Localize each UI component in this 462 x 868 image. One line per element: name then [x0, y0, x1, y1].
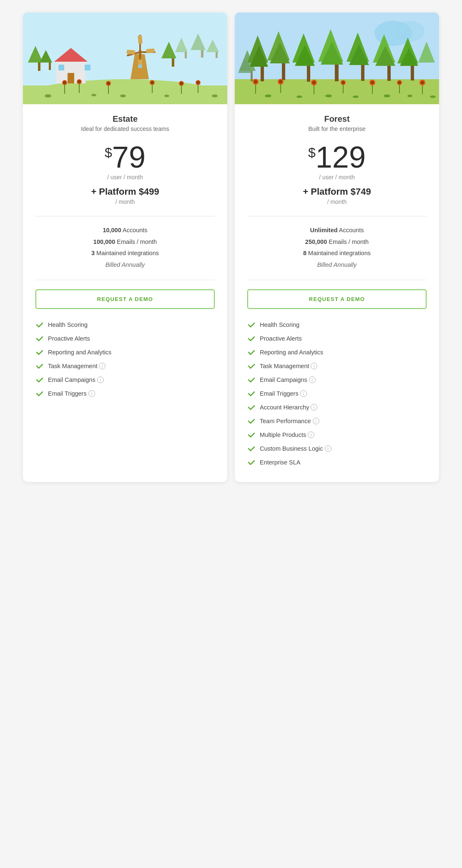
forest-multiple-products-info-icon[interactable]: i — [308, 431, 314, 438]
estate-feature-email-campaigns: Email Campaigns i — [35, 376, 215, 384]
svg-point-108 — [353, 95, 359, 98]
estate-feature-reporting-label: Reporting and Analytics — [48, 349, 111, 356]
check-icon — [247, 389, 256, 398]
estate-price-per: / user / month — [35, 174, 215, 181]
check-icon — [247, 321, 256, 329]
estate-card: Estate Ideal for dedicated success teams… — [23, 13, 227, 482]
estate-feature-list: Health Scoring Proactive Alerts — [35, 321, 215, 403]
forest-limit-billing: Billed Annually — [247, 259, 427, 271]
svg-rect-23 — [68, 73, 74, 83]
svg-rect-29 — [49, 63, 51, 70]
svg-point-53 — [164, 95, 169, 97]
svg-rect-64 — [261, 67, 264, 81]
svg-point-95 — [341, 81, 345, 84]
estate-body: Estate Ideal for dedicated success teams… — [23, 104, 227, 482]
svg-point-54 — [212, 95, 218, 98]
forest-email-campaigns-info-icon[interactable]: i — [309, 376, 316, 383]
estate-feature-task-mgmt-label: Task Management — [48, 363, 97, 369]
forest-feature-proactive-alerts-label: Proactive Alerts — [260, 335, 302, 342]
svg-rect-27 — [38, 63, 40, 71]
check-icon — [247, 417, 256, 425]
forest-email-triggers-info-icon[interactable]: i — [300, 390, 307, 397]
svg-point-98 — [371, 81, 374, 84]
estate-feature-proactive-alerts: Proactive Alerts — [35, 334, 215, 343]
estate-platform-price: + Platform $499 — [35, 186, 215, 197]
forest-feature-email-campaigns-label: Email Campaigns — [260, 376, 307, 383]
estate-limits: 10,000 Accounts 100,000 Emails / month 3… — [35, 225, 215, 271]
estate-feature-email-campaigns-label: Email Campaigns — [48, 376, 95, 383]
forest-platform-price: + Platform $749 — [247, 186, 427, 197]
estate-demo-button[interactable]: REQUEST A DEMO — [35, 289, 215, 309]
estate-divider2 — [35, 280, 215, 280]
svg-point-111 — [430, 95, 436, 98]
estate-feature-health-scoring: Health Scoring — [35, 321, 215, 329]
forest-custom-biz-logic-info-icon[interactable]: i — [325, 445, 331, 452]
svg-rect-31 — [172, 58, 174, 67]
forest-price-per: / user / month — [247, 174, 427, 181]
svg-rect-67 — [282, 63, 285, 80]
forest-limits: Unlimited Accounts 250,000 Emails / mont… — [247, 225, 427, 271]
check-icon — [35, 362, 44, 370]
forest-platform-per: / month — [247, 198, 427, 205]
forest-feature-multiple-products: Multiple Products i — [247, 431, 427, 439]
svg-rect-24 — [58, 65, 64, 70]
check-icon — [247, 334, 256, 343]
forest-feature-email-triggers-label: Email Triggers — [260, 390, 299, 397]
svg-rect-70 — [307, 66, 310, 82]
svg-rect-8 — [216, 52, 218, 58]
estate-limit-billing: Billed Annually — [35, 259, 215, 271]
svg-rect-16 — [138, 35, 143, 44]
check-icon — [247, 431, 256, 439]
svg-point-51 — [91, 94, 96, 96]
svg-rect-6 — [201, 50, 203, 58]
check-icon — [35, 389, 44, 398]
svg-point-52 — [120, 95, 126, 98]
svg-rect-79 — [387, 66, 391, 81]
forest-feature-health-scoring-label: Health Scoring — [260, 321, 299, 328]
estate-hero — [23, 13, 227, 104]
check-icon — [35, 376, 44, 384]
forest-account-hierarchy-info-icon[interactable]: i — [311, 404, 317, 411]
forest-limit-emails: 250,000 Emails / month — [247, 236, 427, 248]
forest-demo-button[interactable]: REQUEST A DEMO — [247, 289, 427, 309]
forest-feature-health-scoring: Health Scoring — [247, 321, 427, 329]
check-icon — [247, 444, 256, 453]
estate-feature-proactive-alerts-label: Proactive Alerts — [48, 335, 90, 342]
estate-plan-name: Estate — [35, 114, 215, 124]
svg-point-101 — [398, 81, 401, 84]
svg-point-34 — [63, 81, 66, 84]
task-mgmt-info-icon[interactable]: i — [99, 363, 105, 369]
forest-price-section: $129 / user / month + Platform $749 / mo… — [247, 142, 427, 205]
forest-feature-reporting: Reporting and Analytics — [247, 348, 427, 356]
forest-limit-accounts: Unlimited Accounts — [247, 225, 427, 236]
svg-rect-19 — [127, 50, 136, 55]
svg-rect-76 — [361, 65, 364, 81]
forest-feature-enterprise-sla: Enterprise SLA — [247, 458, 427, 467]
email-campaigns-info-icon[interactable]: i — [97, 376, 104, 383]
check-icon — [247, 458, 256, 467]
svg-point-40 — [107, 82, 110, 85]
estate-limit-emails: 100,000 Emails / month — [35, 236, 215, 248]
check-icon — [35, 348, 44, 356]
estate-limit-accounts: 10,000 Accounts — [35, 225, 215, 236]
estate-feature-email-triggers: Email Triggers i — [35, 389, 215, 398]
svg-point-37 — [78, 80, 81, 83]
forest-feature-task-mgmt: Task Management i — [247, 362, 427, 370]
svg-rect-25 — [85, 65, 90, 70]
estate-feature-task-mgmt: Task Management i — [35, 362, 215, 370]
pricing-container: Estate Ideal for dedicated success teams… — [10, 13, 452, 482]
check-icon — [247, 376, 256, 384]
svg-rect-82 — [411, 66, 414, 80]
forest-task-mgmt-info-icon[interactable]: i — [311, 363, 317, 369]
check-icon — [35, 334, 44, 343]
forest-team-performance-info-icon[interactable]: i — [313, 418, 319, 424]
svg-point-49 — [196, 81, 200, 84]
svg-point-105 — [265, 95, 271, 98]
forest-feature-email-campaigns: Email Campaigns i — [247, 376, 427, 384]
email-triggers-info-icon[interactable]: i — [88, 390, 95, 397]
svg-point-106 — [296, 95, 302, 98]
forest-feature-list: Health Scoring Proactive Alerts — [247, 321, 427, 472]
estate-limit-integrations: 3 Maintained integrations — [35, 248, 215, 259]
forest-card: Forest Built for the enterprise $129 / u… — [235, 13, 439, 482]
check-icon — [247, 403, 256, 411]
